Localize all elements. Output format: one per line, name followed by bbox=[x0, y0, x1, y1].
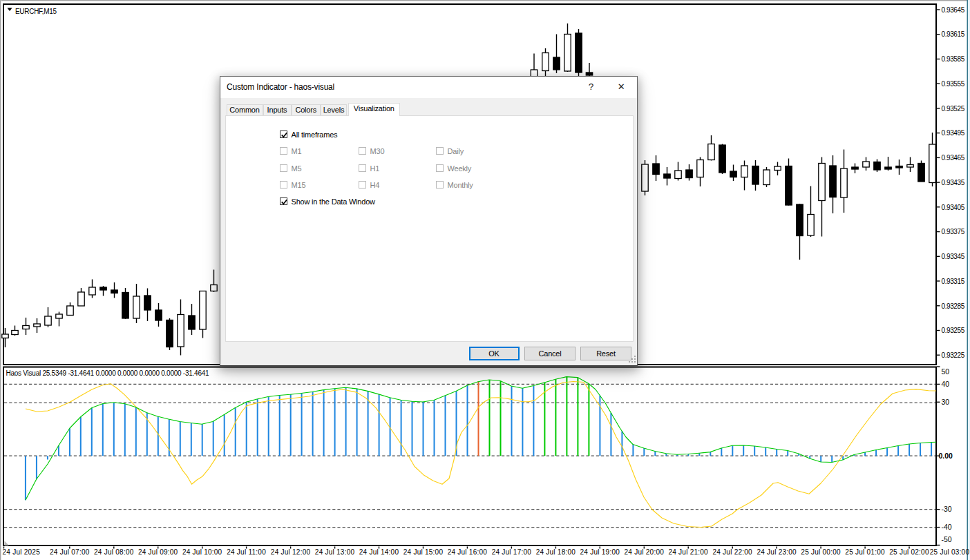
svg-text:24 Jul 10:00: 24 Jul 10:00 bbox=[182, 548, 222, 556]
svg-text:25 Jul 03:00: 25 Jul 03:00 bbox=[930, 548, 970, 556]
svg-text:24 Jul 13:00: 24 Jul 13:00 bbox=[315, 548, 355, 556]
svg-text:0.93285: 0.93285 bbox=[942, 302, 965, 310]
svg-text:0.93435: 0.93435 bbox=[942, 179, 965, 186]
svg-text:24 Jul 12:00: 24 Jul 12:00 bbox=[271, 548, 311, 556]
svg-text:25 Jul 01:00: 25 Jul 01:00 bbox=[845, 548, 885, 556]
svg-text:0.93555: 0.93555 bbox=[942, 80, 965, 88]
svg-text:0.93615: 0.93615 bbox=[942, 30, 965, 38]
svg-text:0.93375: 0.93375 bbox=[942, 228, 965, 235]
svg-text:25 Jul 00:00: 25 Jul 00:00 bbox=[801, 548, 841, 556]
svg-text:24 Jul 08:00: 24 Jul 08:00 bbox=[94, 548, 134, 556]
svg-text:0.93645: 0.93645 bbox=[942, 6, 965, 14]
svg-text:-30: -30 bbox=[942, 505, 952, 513]
svg-text:24 Jul 2025: 24 Jul 2025 bbox=[3, 548, 41, 556]
svg-text:0.93255: 0.93255 bbox=[942, 327, 965, 334]
svg-text:0.93585: 0.93585 bbox=[942, 55, 965, 63]
svg-text:0.93345: 0.93345 bbox=[942, 253, 965, 260]
svg-text:0.00: 0.00 bbox=[939, 452, 953, 460]
svg-text:Haos Visual 25.5349 -31.4641 0: Haos Visual 25.5349 -31.4641 0.0000 0.00… bbox=[6, 369, 210, 377]
svg-text:24 Jul 23:00: 24 Jul 23:00 bbox=[757, 548, 797, 556]
svg-text:30: 30 bbox=[942, 398, 950, 406]
svg-text:0.93465: 0.93465 bbox=[942, 154, 965, 162]
svg-text:24 Jul 09:00: 24 Jul 09:00 bbox=[138, 548, 178, 556]
svg-text:0.93405: 0.93405 bbox=[942, 204, 965, 211]
svg-text:24 Jul 07:00: 24 Jul 07:00 bbox=[50, 548, 90, 556]
svg-text:24 Jul 21:00: 24 Jul 21:00 bbox=[668, 548, 708, 556]
svg-text:0.93525: 0.93525 bbox=[942, 105, 965, 113]
svg-text:24 Jul 11:00: 24 Jul 11:00 bbox=[227, 548, 266, 556]
svg-text:24 Jul 14:00: 24 Jul 14:00 bbox=[359, 548, 399, 556]
svg-text:24 Jul 18:00: 24 Jul 18:00 bbox=[536, 548, 576, 556]
svg-text:40: 40 bbox=[942, 380, 950, 388]
svg-text:25 Jul 02:00: 25 Jul 02:00 bbox=[889, 548, 929, 556]
svg-text:24 Jul 19:00: 24 Jul 19:00 bbox=[580, 548, 620, 556]
svg-text:24 Jul 16:00: 24 Jul 16:00 bbox=[448, 548, 488, 556]
svg-text:-50: -50 bbox=[942, 535, 952, 543]
svg-text:0.93225: 0.93225 bbox=[942, 351, 965, 359]
svg-text:24 Jul 20:00: 24 Jul 20:00 bbox=[625, 548, 665, 556]
svg-text:24 Jul 17:00: 24 Jul 17:00 bbox=[492, 548, 532, 556]
svg-text:50: 50 bbox=[942, 367, 950, 376]
svg-text:0.93315: 0.93315 bbox=[942, 278, 965, 285]
svg-text:0.93495: 0.93495 bbox=[942, 129, 965, 137]
svg-text:-40: -40 bbox=[942, 523, 952, 531]
svg-text:24 Jul 22:00: 24 Jul 22:00 bbox=[712, 548, 752, 556]
svg-text:24 Jul 15:00: 24 Jul 15:00 bbox=[403, 548, 444, 556]
svg-text:EURCHF,M15: EURCHF,M15 bbox=[15, 8, 57, 15]
